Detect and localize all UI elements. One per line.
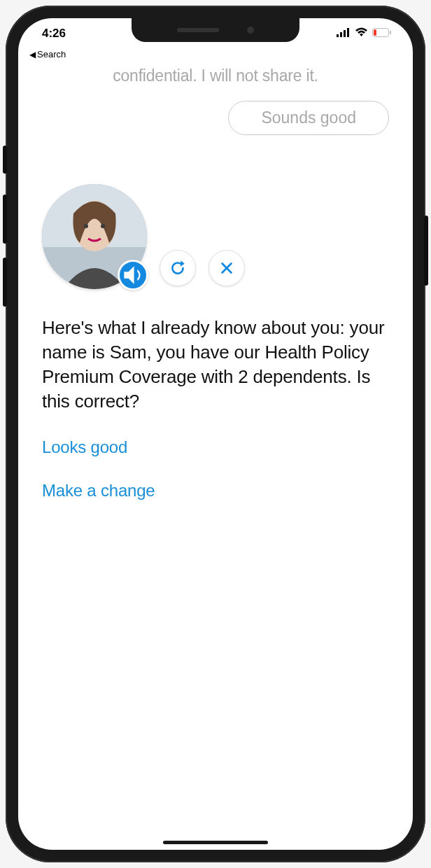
user-reply-text: Sounds good [261,108,356,127]
svg-rect-3 [347,28,349,37]
cellular-icon [337,27,351,41]
front-camera [247,27,254,34]
option-looks-good[interactable]: Looks good [42,438,389,457]
back-caret-icon: ◀ [29,50,36,59]
svg-rect-6 [374,29,376,36]
speaker-grille [177,28,219,32]
screen: 4:26 ◀ Search confidential. I will not s… [18,18,413,850]
volume-button [3,146,7,174]
back-label: Search [37,49,66,59]
close-icon [219,260,234,276]
speaker-icon [120,262,146,288]
volume-button [3,195,7,244]
svg-rect-1 [340,32,342,37]
power-button [424,216,428,286]
phone-frame: 4:26 ◀ Search confidential. I will not s… [6,6,425,862]
notch [132,18,299,42]
option-label: Make a change [42,481,155,500]
user-reply-pill[interactable]: Sounds good [228,101,389,135]
close-button[interactable] [209,250,245,286]
svg-rect-0 [337,34,339,37]
svg-point-11 [84,224,88,228]
speaker-button[interactable] [118,260,148,290]
home-indicator[interactable] [163,841,268,844]
battery-low-icon [372,27,392,41]
option-label: Looks good [42,438,127,456]
previous-bot-message: confidential. I will not share it. [42,66,389,85]
wifi-icon [355,27,368,41]
assistant-avatar [42,184,147,289]
volume-button [3,258,7,307]
replay-icon [169,259,187,277]
svg-rect-5 [390,31,391,34]
bot-message: Here's what I already know about you: yo… [42,316,389,414]
option-make-change[interactable]: Make a change [42,481,389,500]
replay-button[interactable] [160,250,196,286]
back-to-search[interactable]: ◀ Search [18,49,413,62]
svg-point-12 [101,224,105,228]
svg-rect-2 [344,30,346,37]
clock: 4:26 [42,27,66,41]
